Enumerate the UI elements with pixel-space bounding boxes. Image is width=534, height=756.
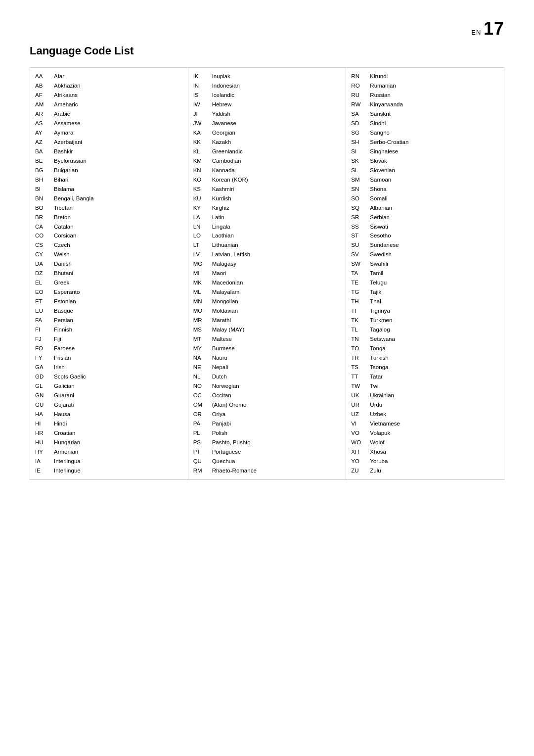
lang-name: Urdu: [370, 400, 382, 410]
lang-name: Esperanto: [54, 287, 80, 297]
lang-name: Kinyarwanda: [370, 100, 402, 109]
lang-code: BN: [35, 194, 49, 203]
lang-entry: SWSwahili: [351, 259, 499, 269]
lang-code: TH: [351, 297, 365, 306]
lang-code: RW: [351, 100, 365, 109]
lang-code: KY: [193, 203, 207, 213]
lang-code: OR: [193, 410, 207, 419]
lang-code: ZU: [351, 466, 365, 475]
lang-code: KL: [193, 147, 207, 156]
lang-entry: SUSundanese: [351, 240, 499, 250]
lang-entry: RMRhaeto-Romance: [193, 466, 341, 475]
lang-code: GL: [35, 381, 49, 391]
lang-name: Greenlandic: [212, 147, 243, 156]
lang-name: Afrikaans: [54, 91, 78, 100]
lang-name: Faroese: [54, 344, 75, 353]
lang-entry: BNBengali, Bangla: [35, 194, 183, 203]
lang-code: NA: [193, 353, 207, 363]
lang-name: Kurdish: [212, 194, 231, 203]
lang-code: SM: [351, 175, 365, 185]
lang-name: Telugu: [370, 278, 387, 287]
lang-entry: PLPolish: [193, 428, 341, 438]
lang-entry: ZUZulu: [351, 466, 499, 475]
lang-entry: ABAbkhazian: [35, 81, 183, 91]
lang-code: LV: [193, 250, 207, 259]
en-label: EN: [471, 29, 481, 36]
lang-code: WO: [351, 438, 365, 447]
lang-entry: TSTsonga: [351, 363, 499, 372]
lang-code: VI: [351, 419, 365, 428]
lang-entry: TNSetswana: [351, 334, 499, 344]
lang-entry: AMAmeharic: [35, 100, 183, 109]
lang-entry: SGSangho: [351, 128, 499, 138]
lang-code: CO: [35, 231, 49, 240]
lang-name: Ameharic: [54, 100, 78, 109]
lang-name: Samoan: [370, 175, 391, 185]
lang-entry: KYKirghiz: [193, 203, 341, 213]
lang-entry: KKKazakh: [193, 138, 341, 147]
lang-entry: BOTibetan: [35, 203, 183, 213]
lang-name: Hungarian: [54, 438, 80, 447]
lang-name: Tibetan: [54, 203, 73, 213]
lang-name: Indonesian: [212, 81, 240, 91]
lang-code: SG: [351, 128, 365, 138]
lang-code: AS: [35, 119, 49, 128]
lang-entry: KAGeorgian: [193, 128, 341, 138]
lang-name: Arabic: [54, 109, 70, 119]
lang-code: NE: [193, 363, 207, 372]
lang-name: Nepali: [212, 363, 228, 372]
lang-name: Rumanian: [370, 81, 396, 91]
lang-name: Azerbaijani: [54, 138, 82, 147]
lang-code: NO: [193, 381, 207, 391]
lang-name: Dutch: [212, 372, 227, 381]
lang-entry: CYWelsh: [35, 250, 183, 259]
lang-code: CA: [35, 222, 49, 232]
lang-entry: AYAymara: [35, 128, 183, 138]
lang-name: Persian: [54, 316, 73, 325]
lang-code: SR: [351, 213, 365, 222]
lang-code: XH: [351, 447, 365, 457]
lang-entry: MYBurmese: [193, 344, 341, 353]
lang-entry: KLGreenlandic: [193, 147, 341, 156]
lang-entry: TWTwi: [351, 381, 499, 391]
lang-code: SU: [351, 240, 365, 250]
lang-entry: ISIcelandic: [193, 91, 341, 100]
language-column-2: IKInupiakINIndonesianISIcelandicIWHebrew…: [188, 68, 347, 479]
lang-entry: BABashkir: [35, 147, 183, 156]
lang-code: SS: [351, 222, 365, 232]
lang-name: Kashmiri: [212, 185, 234, 194]
lang-code: BH: [35, 175, 49, 185]
lang-name: Zulu: [370, 466, 381, 475]
lang-name: Danish: [54, 259, 72, 269]
lang-entry: SSSiswati: [351, 222, 499, 232]
lang-code: RM: [193, 466, 207, 475]
lang-name: Sangho: [370, 128, 390, 138]
lang-code: MS: [193, 325, 207, 334]
lang-name: Maltese: [212, 334, 232, 344]
lang-code: OC: [193, 391, 207, 400]
lang-name: Tagalog: [370, 325, 390, 334]
lang-code: ET: [35, 297, 49, 306]
lang-entry: RURussian: [351, 91, 499, 100]
lang-code: SV: [351, 250, 365, 259]
lang-name: Thai: [370, 297, 381, 306]
lang-name: Bislama: [54, 185, 74, 194]
lang-name: Ukrainian: [370, 391, 394, 400]
lang-code: IN: [193, 81, 207, 91]
lang-entry: XHXhosa: [351, 447, 499, 457]
lang-entry: FAPersian: [35, 316, 183, 325]
lang-entry: GAIrish: [35, 363, 183, 372]
lang-name: Welsh: [54, 250, 70, 259]
lang-code: SO: [351, 194, 365, 203]
lang-entry: MSMalay (MAY): [193, 325, 341, 334]
lang-name: Xhosa: [370, 447, 386, 457]
lang-code: BG: [35, 166, 49, 175]
lang-name: Somali: [370, 194, 387, 203]
lang-code: AF: [35, 91, 49, 100]
lang-entry: PTPortuguese: [193, 447, 341, 457]
lang-code: SA: [351, 109, 365, 119]
lang-entry: AFAfrikaans: [35, 91, 183, 100]
lang-code: RN: [351, 72, 365, 81]
lang-entry: OM(Afan) Oromo: [193, 400, 341, 410]
lang-entry: KNKannada: [193, 166, 341, 175]
